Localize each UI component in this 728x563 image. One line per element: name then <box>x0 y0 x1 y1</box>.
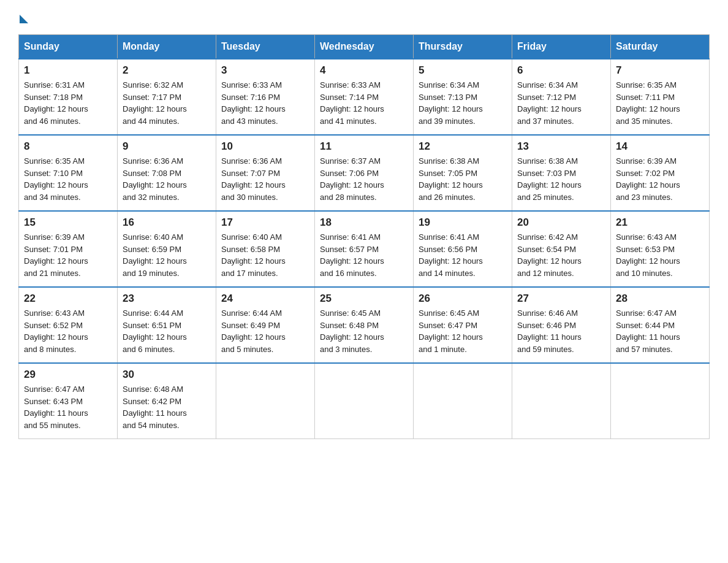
calendar-cell: 19 Sunrise: 6:41 AM Sunset: 6:56 PM Dayl… <box>414 211 512 287</box>
day-number: 26 <box>419 293 507 305</box>
sunrise-label: Sunrise: 6:34 AM <box>517 80 578 90</box>
day-info: Sunrise: 6:33 AM Sunset: 7:14 PM Dayligh… <box>320 79 408 127</box>
daylight-minutes: and 3 minutes. <box>320 345 372 354</box>
sunset-label: Sunset: 6:58 PM <box>221 245 280 254</box>
sunset-label: Sunset: 7:14 PM <box>320 93 379 102</box>
sunset-label: Sunset: 6:57 PM <box>320 245 379 254</box>
day-info: Sunrise: 6:46 AM Sunset: 6:46 PM Dayligh… <box>517 307 605 355</box>
daylight-label: Daylight: 12 hours <box>616 104 680 113</box>
sunset-label: Sunset: 7:08 PM <box>123 169 181 178</box>
day-info: Sunrise: 6:34 AM Sunset: 7:12 PM Dayligh… <box>517 79 605 127</box>
day-info: Sunrise: 6:38 AM Sunset: 7:03 PM Dayligh… <box>517 155 605 203</box>
day-info: Sunrise: 6:39 AM Sunset: 7:02 PM Dayligh… <box>616 155 704 203</box>
sunset-label: Sunset: 6:53 PM <box>616 245 675 254</box>
calendar-cell: 21 Sunrise: 6:43 AM Sunset: 6:53 PM Dayl… <box>611 211 710 287</box>
day-info: Sunrise: 6:43 AM Sunset: 6:52 PM Dayligh… <box>24 307 112 355</box>
sunrise-label: Sunrise: 6:44 AM <box>123 308 183 318</box>
daylight-label: Daylight: 12 hours <box>419 256 483 266</box>
daylight-label: Daylight: 12 hours <box>123 256 187 266</box>
sunrise-label: Sunrise: 6:41 AM <box>419 232 479 242</box>
daylight-label: Daylight: 12 hours <box>123 104 187 113</box>
daylight-label: Daylight: 11 hours <box>24 408 88 418</box>
daylight-label: Daylight: 12 hours <box>419 180 483 190</box>
day-info: Sunrise: 6:32 AM Sunset: 7:17 PM Dayligh… <box>123 79 211 127</box>
daylight-label: Daylight: 12 hours <box>320 256 384 266</box>
daylight-minutes: and 17 minutes. <box>221 269 278 278</box>
day-number: 7 <box>616 64 704 77</box>
day-number: 5 <box>419 64 507 77</box>
calendar-cell: 22 Sunrise: 6:43 AM Sunset: 6:52 PM Dayl… <box>19 287 118 363</box>
daylight-label: Daylight: 12 hours <box>221 104 286 113</box>
sunrise-label: Sunrise: 6:33 AM <box>320 80 381 90</box>
daylight-minutes: and 32 minutes. <box>123 193 180 202</box>
calendar-cell: 16 Sunrise: 6:40 AM Sunset: 6:59 PM Dayl… <box>118 211 216 287</box>
day-number: 24 <box>221 293 309 305</box>
sunset-label: Sunset: 7:17 PM <box>123 93 181 102</box>
daylight-minutes: and 8 minutes. <box>24 345 76 354</box>
day-number: 28 <box>616 293 704 305</box>
day-info: Sunrise: 6:43 AM Sunset: 6:53 PM Dayligh… <box>616 231 704 279</box>
sunrise-label: Sunrise: 6:35 AM <box>616 80 677 90</box>
day-number: 23 <box>123 293 211 305</box>
daylight-label: Daylight: 12 hours <box>419 332 483 342</box>
daylight-label: Daylight: 12 hours <box>24 332 88 342</box>
sunset-label: Sunset: 6:44 PM <box>616 321 675 330</box>
calendar-cell: 13 Sunrise: 6:38 AM Sunset: 7:03 PM Dayl… <box>512 135 611 211</box>
daylight-minutes: and 6 minutes. <box>123 345 175 354</box>
calendar-week-row: 29 Sunrise: 6:47 AM Sunset: 6:43 PM Dayl… <box>19 363 710 439</box>
day-info: Sunrise: 6:33 AM Sunset: 7:16 PM Dayligh… <box>221 79 309 127</box>
day-info: Sunrise: 6:40 AM Sunset: 6:59 PM Dayligh… <box>123 231 211 279</box>
sunset-label: Sunset: 7:12 PM <box>517 93 576 102</box>
calendar-cell: 10 Sunrise: 6:36 AM Sunset: 7:07 PM Dayl… <box>216 135 315 211</box>
daylight-label: Daylight: 12 hours <box>123 180 187 190</box>
day-number: 9 <box>123 140 211 153</box>
day-number: 25 <box>320 293 408 305</box>
daylight-label: Daylight: 11 hours <box>616 332 680 342</box>
calendar-cell <box>216 363 315 439</box>
calendar-cell: 14 Sunrise: 6:39 AM Sunset: 7:02 PM Dayl… <box>611 135 710 211</box>
day-number: 17 <box>221 216 309 229</box>
calendar-cell <box>611 363 710 439</box>
column-header-sunday: Sunday <box>19 35 118 59</box>
day-info: Sunrise: 6:42 AM Sunset: 6:54 PM Dayligh… <box>517 231 605 279</box>
column-header-monday: Monday <box>118 35 216 59</box>
calendar-week-row: 15 Sunrise: 6:39 AM Sunset: 7:01 PM Dayl… <box>19 211 710 287</box>
day-info: Sunrise: 6:34 AM Sunset: 7:13 PM Dayligh… <box>419 79 507 127</box>
calendar-table: SundayMondayTuesdayWednesdayThursdayFrid… <box>18 34 710 439</box>
daylight-minutes: and 59 minutes. <box>517 345 574 354</box>
daylight-minutes: and 57 minutes. <box>616 345 673 354</box>
sunset-label: Sunset: 6:48 PM <box>320 321 379 330</box>
daylight-minutes: and 44 minutes. <box>123 117 180 126</box>
logo <box>18 12 28 22</box>
sunrise-label: Sunrise: 6:43 AM <box>24 308 85 318</box>
calendar-cell: 30 Sunrise: 6:48 AM Sunset: 6:42 PM Dayl… <box>118 363 216 439</box>
daylight-minutes: and 35 minutes. <box>616 117 673 126</box>
daylight-minutes: and 41 minutes. <box>320 117 377 126</box>
day-number: 12 <box>419 140 507 153</box>
daylight-minutes: and 34 minutes. <box>24 193 81 202</box>
sunrise-label: Sunrise: 6:42 AM <box>517 232 578 242</box>
day-number: 18 <box>320 216 408 229</box>
calendar-cell <box>315 363 414 439</box>
daylight-label: Daylight: 12 hours <box>517 180 582 190</box>
daylight-minutes: and 16 minutes. <box>320 269 377 278</box>
daylight-label: Daylight: 11 hours <box>123 408 187 418</box>
day-number: 19 <box>419 216 507 229</box>
calendar-cell: 4 Sunrise: 6:33 AM Sunset: 7:14 PM Dayli… <box>315 59 414 135</box>
day-number: 21 <box>616 216 704 229</box>
calendar-cell: 28 Sunrise: 6:47 AM Sunset: 6:44 PM Dayl… <box>611 287 710 363</box>
sunrise-label: Sunrise: 6:39 AM <box>24 232 85 242</box>
daylight-minutes: and 54 minutes. <box>123 421 180 430</box>
daylight-minutes: and 5 minutes. <box>221 345 273 354</box>
day-info: Sunrise: 6:45 AM Sunset: 6:48 PM Dayligh… <box>320 307 408 355</box>
calendar-week-row: 1 Sunrise: 6:31 AM Sunset: 7:18 PM Dayli… <box>19 59 710 135</box>
day-info: Sunrise: 6:35 AM Sunset: 7:11 PM Dayligh… <box>616 79 704 127</box>
daylight-label: Daylight: 12 hours <box>616 180 680 190</box>
sunset-label: Sunset: 7:11 PM <box>616 93 675 102</box>
sunrise-label: Sunrise: 6:33 AM <box>221 80 282 90</box>
sunset-label: Sunset: 7:13 PM <box>419 93 477 102</box>
daylight-minutes: and 10 minutes. <box>616 269 673 278</box>
daylight-label: Daylight: 12 hours <box>123 332 187 342</box>
logo-triangle-icon <box>20 15 28 23</box>
sunset-label: Sunset: 6:46 PM <box>517 321 576 330</box>
